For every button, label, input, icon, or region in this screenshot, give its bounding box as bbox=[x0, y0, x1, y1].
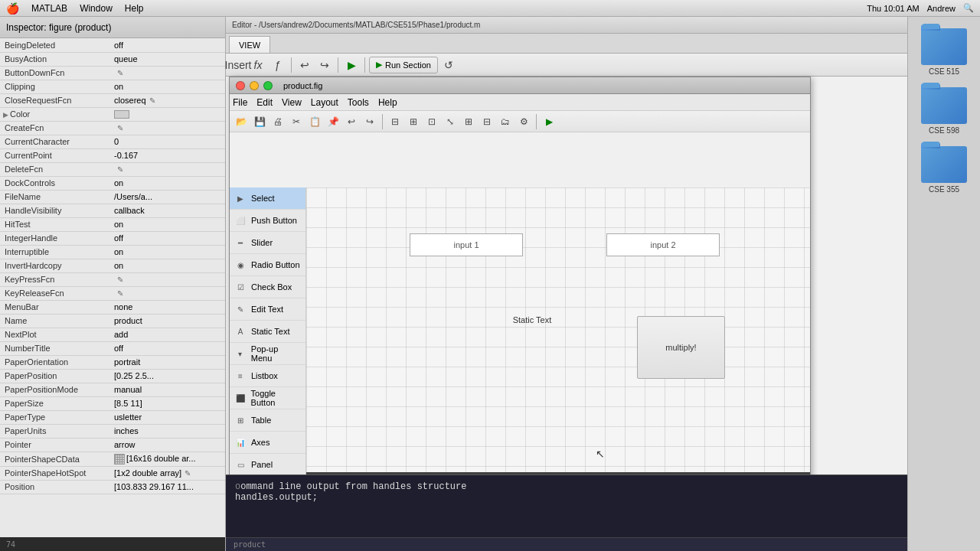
fig-tool-redo[interactable]: ↪ bbox=[361, 113, 378, 130]
palette-item-static-text[interactable]: AStatic Text bbox=[230, 321, 305, 343]
prop-edit-icon[interactable]: ✎ bbox=[117, 289, 123, 298]
palette-item-axes[interactable]: 📊Axes bbox=[230, 432, 305, 454]
fig-tool-align-h[interactable]: ⊟ bbox=[387, 113, 403, 130]
fig-tool-undo[interactable]: ↩ bbox=[343, 113, 360, 130]
prop-value[interactable]: add bbox=[111, 328, 225, 341]
inspector-row[interactable]: BeingDeletedoff bbox=[0, 38, 225, 52]
fig-tool-paste[interactable]: 📌 bbox=[325, 113, 341, 130]
prop-value[interactable]: on bbox=[111, 245, 225, 259]
fig-menu-edit[interactable]: Edit bbox=[256, 97, 273, 108]
palette-item-radio-button[interactable]: ◉Radio Button bbox=[230, 254, 305, 276]
inspector-row[interactable]: DeleteFcn✎ bbox=[0, 162, 225, 176]
fig-tool-grid[interactable]: ⊞ bbox=[460, 113, 477, 130]
prop-edit-icon[interactable]: ✎ bbox=[185, 469, 191, 478]
inspector-row[interactable]: MenuBarnone bbox=[0, 300, 225, 314]
palette-item-toggle-button[interactable]: ⬛Toggle Button bbox=[230, 387, 305, 409]
inspector-scroll[interactable]: BeingDeletedoff BusyActionqueue ButtonDo… bbox=[0, 38, 225, 536]
inspector-row[interactable]: NumberTitleoff bbox=[0, 341, 225, 355]
prop-value[interactable]: on bbox=[111, 80, 225, 93]
prop-value[interactable]: [16x16 double ar... bbox=[111, 452, 225, 466]
inspector-row[interactable]: ▶Color bbox=[0, 107, 225, 121]
inspector-row[interactable]: Pointerarrow bbox=[0, 438, 225, 452]
apple-menu[interactable]: 🍎 bbox=[6, 2, 19, 15]
prop-value[interactable]: [8.5 11] bbox=[111, 396, 225, 410]
folder-cse515[interactable]: CSE 515 bbox=[913, 28, 975, 76]
fx-btn[interactable]: fx bbox=[249, 56, 267, 74]
prop-value[interactable]: [103.833 29.167 11... bbox=[111, 480, 225, 494]
fig-tool-props[interactable]: ⚙ bbox=[515, 113, 532, 130]
inspector-row[interactable]: BusyActionqueue bbox=[0, 52, 225, 66]
palette-item-pop-up-menu[interactable]: ▾Pop-up Menu bbox=[230, 343, 305, 365]
prop-value[interactable]: off bbox=[111, 231, 225, 245]
palette-item-edit-text[interactable]: ✎Edit Text bbox=[230, 298, 305, 321]
palette-item-table[interactable]: ⊞Table bbox=[230, 409, 305, 432]
inspector-row[interactable]: Nameproduct bbox=[0, 314, 225, 328]
prop-value[interactable]: ✎ bbox=[111, 286, 225, 300]
palette-item-listbox[interactable]: ≡Listbox bbox=[230, 365, 305, 387]
inspector-row[interactable]: InvertHardcopyon bbox=[0, 259, 225, 272]
prop-edit-icon[interactable]: ✎ bbox=[117, 124, 123, 132]
fig-menu-layout[interactable]: Layout bbox=[311, 97, 338, 108]
step-btn[interactable]: ↺ bbox=[439, 56, 458, 74]
prop-value[interactable]: manual bbox=[111, 383, 225, 396]
prop-value[interactable]: on bbox=[111, 259, 225, 272]
inspector-row[interactable]: HandleVisibilitycallback bbox=[0, 204, 225, 217]
palette-item-check-box[interactable]: ☑Check Box bbox=[230, 276, 305, 298]
fig-menu-view[interactable]: View bbox=[282, 97, 302, 108]
prop-value[interactable]: inches bbox=[111, 424, 225, 438]
fig-menu-help[interactable]: Help bbox=[378, 97, 397, 108]
prop-value[interactable]: ✎ bbox=[111, 162, 225, 176]
window-menu[interactable]: Window bbox=[80, 3, 113, 14]
fig-tool-dist[interactable]: ⊡ bbox=[423, 113, 440, 130]
run-btn[interactable]: ▶ bbox=[342, 56, 361, 74]
palette-item-slider[interactable]: ━Slider bbox=[230, 232, 305, 254]
fig-menu-tools[interactable]: Tools bbox=[348, 97, 369, 108]
inspector-row[interactable]: Interruptibleon bbox=[0, 245, 225, 259]
inspector-row[interactable]: CurrentCharacter0 bbox=[0, 135, 225, 148]
prop-value[interactable]: on bbox=[111, 176, 225, 190]
prop-value[interactable]: on bbox=[111, 217, 225, 231]
inspector-row[interactable]: Clippingon bbox=[0, 80, 225, 93]
inspector-row[interactable]: NextPlotadd bbox=[0, 328, 225, 341]
prop-value[interactable]: [1x2 double array]✎ bbox=[111, 466, 225, 480]
fig-tool-save[interactable]: 💾 bbox=[251, 113, 268, 130]
inspector-row[interactable]: KeyReleaseFcn✎ bbox=[0, 286, 225, 300]
multiply-btn-widget[interactable]: multiply! bbox=[637, 316, 725, 379]
static-text-widget[interactable]: Static Text bbox=[501, 312, 563, 328]
inspector-row[interactable]: PaperPositionModemanual bbox=[0, 383, 225, 396]
prop-value[interactable]: [0.25 2.5... bbox=[111, 369, 225, 383]
inspector-row[interactable]: PaperSize[8.5 11] bbox=[0, 396, 225, 410]
fig-min-btn[interactable] bbox=[250, 81, 259, 90]
prop-value[interactable]: 0 bbox=[111, 135, 225, 148]
tab-view[interactable]: VIEW bbox=[229, 36, 270, 53]
prop-value[interactable]: closereq✎ bbox=[111, 93, 225, 107]
inspector-row[interactable]: PaperOrientationportrait bbox=[0, 355, 225, 369]
prop-value[interactable] bbox=[111, 107, 225, 121]
prop-value[interactable]: ✎ bbox=[111, 272, 225, 286]
palette-item-panel[interactable]: ▭Panel bbox=[230, 454, 305, 476]
canvas-area[interactable]: input 1 input 2 Static Text multiply! ↖ bbox=[306, 187, 810, 492]
prop-edit-icon[interactable]: ✎ bbox=[117, 69, 123, 77]
fig-menu-file[interactable]: File bbox=[233, 97, 247, 108]
fig-tool-snap[interactable]: ⊟ bbox=[479, 113, 495, 130]
folder-cse598[interactable]: CSE 598 bbox=[913, 87, 975, 135]
inspector-row[interactable]: PaperUnitsinches bbox=[0, 424, 225, 438]
fig-close-btn[interactable] bbox=[236, 81, 245, 90]
fig-tool-align-v[interactable]: ⊞ bbox=[405, 113, 422, 130]
func-btn[interactable]: ƒ bbox=[269, 56, 287, 74]
palette-item-push-button[interactable]: ⬜Push Button bbox=[230, 210, 305, 232]
inspector-row[interactable]: Position[103.833 29.167 11... bbox=[0, 480, 225, 494]
prop-value[interactable]: ✎ bbox=[111, 66, 225, 80]
inspector-row[interactable]: CreateFcn✎ bbox=[0, 121, 225, 135]
fig-tool-run[interactable]: ▶ bbox=[541, 113, 557, 130]
inspector-row[interactable]: PaperTypeusletter bbox=[0, 410, 225, 424]
prop-value[interactable]: portrait bbox=[111, 355, 225, 369]
prop-value[interactable]: ✎ bbox=[111, 121, 225, 135]
fig-max-btn[interactable] bbox=[263, 81, 273, 90]
run-section-btn[interactable]: ▶ Run Section bbox=[369, 57, 438, 73]
inspector-row[interactable]: PaperPosition[0.25 2.5... bbox=[0, 369, 225, 383]
fig-tool-copy[interactable]: 📋 bbox=[306, 113, 323, 130]
fig-tool-open[interactable]: 📂 bbox=[233, 113, 250, 130]
inspector-row[interactable]: CurrentPoint-0.167 bbox=[0, 148, 225, 162]
inspector-row[interactable]: KeyPressFcn✎ bbox=[0, 272, 225, 286]
